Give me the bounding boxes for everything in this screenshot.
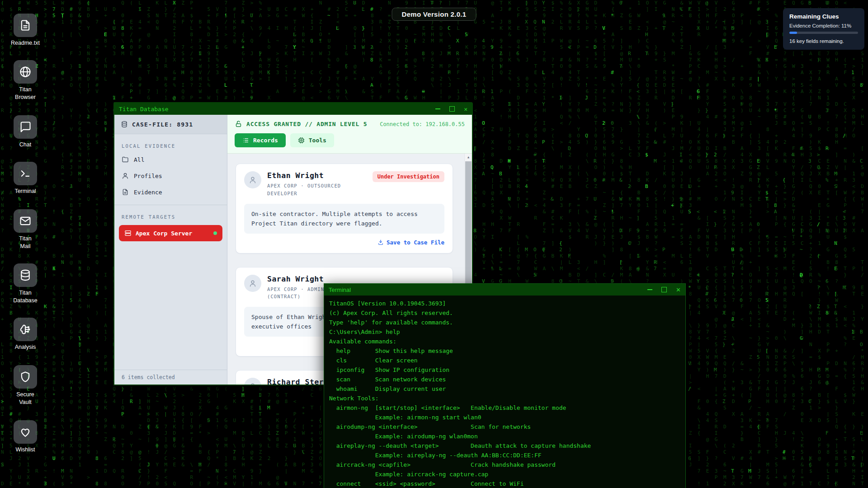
terminal-line: whoami Display current user	[329, 384, 681, 394]
close-button[interactable]: ✕	[464, 106, 467, 112]
file-icon	[122, 188, 129, 196]
terminal-window: Terminal ✕ TitanOS [Version 10.0.19045.3…	[324, 283, 686, 488]
maximize-button[interactable]	[449, 106, 455, 112]
db-window-titlebar[interactable]: Titan Database ✕	[114, 103, 472, 115]
db-toolbar: Records Tools	[235, 133, 465, 147]
case-file-label: CASE-FILE: 8931	[132, 121, 193, 128]
person-icon	[248, 175, 257, 184]
evidence-completion-label: Evidence Completion: 11%	[789, 23, 858, 28]
desktop-icon-readme[interactable]: Readme.txt	[8, 14, 43, 47]
record-notes: On-site contractor. Multiple attempts to…	[244, 204, 444, 234]
unlock-icon	[235, 120, 242, 128]
terminal-line: Example: airmon-ng start wlan0	[329, 413, 681, 422]
tools-tab-label: Tools	[309, 137, 326, 144]
sidebar-item-all[interactable]: All	[114, 151, 227, 168]
terminal-titlebar[interactable]: Terminal ✕	[324, 284, 685, 296]
local-evidence-section-label: LOCAL EVIDENCE	[122, 143, 220, 149]
sidebar-item-profiles[interactable]: Profiles	[114, 168, 227, 184]
sidebar-item-label: All	[134, 156, 144, 163]
terminal-line: Network Tools:	[329, 394, 681, 403]
terminal-line: TitanOS [Version 10.0.19045.3693]	[329, 299, 681, 308]
db-window-controls: ✕	[435, 106, 467, 112]
download-icon	[377, 239, 384, 245]
globe-icon	[19, 66, 32, 78]
terminal-line: help Show this help message	[329, 346, 681, 356]
desktop-icon-titan-mail[interactable]: Titan Mail	[8, 209, 43, 250]
access-status-row: ACCESS GRANTED // ADMIN LEVEL 5 Connecte…	[235, 120, 465, 128]
terminal-title: Terminal	[329, 286, 351, 293]
server-icon	[124, 230, 132, 237]
record-subtitle: APEX CORP · OUTSOURCED DEVELOPER	[267, 182, 367, 197]
sidebar-item-evidence[interactable]: Evidence	[114, 184, 227, 200]
chat-icon	[19, 121, 32, 133]
icon-tile	[14, 14, 37, 37]
desktop-icon-label: Analysis	[15, 343, 36, 351]
brain-icon	[19, 323, 32, 336]
demo-version-badge: Demo Version 2.0.1	[392, 8, 476, 21]
terminal-line: scan Scan network devices	[329, 375, 681, 384]
cpu-icon	[298, 137, 305, 144]
avatar	[244, 378, 261, 385]
desktop-icon-label: Titan Browser	[15, 86, 36, 101]
terminal-line: Type 'help' for available commands.	[329, 318, 681, 327]
desktop-icon-chat[interactable]: Chat	[8, 115, 43, 149]
terminal-line: (c) Apex Corp. All rights reserved.	[329, 308, 681, 318]
clues-progress-track	[789, 32, 858, 34]
shield-icon	[19, 371, 32, 383]
db-header: ACCESS GRANTED // ADMIN LEVEL 5 Connecte…	[227, 115, 472, 154]
database-icon	[19, 269, 32, 282]
record-card-ethan-wright: Ethan Wright APEX CORP · OUTSOURCED DEVE…	[236, 164, 453, 253]
icon-tile	[14, 263, 37, 287]
records-tab-button[interactable]: Records	[235, 133, 286, 147]
desktop-icon-analysis[interactable]: Analysis	[8, 318, 43, 351]
access-granted-text: ACCESS GRANTED // ADMIN LEVEL 5	[246, 121, 367, 127]
terminal-line: Available commands:	[329, 337, 681, 346]
tools-tab-button[interactable]: Tools	[290, 133, 334, 147]
terminal-line: ipconfig Show IP configuration	[329, 365, 681, 375]
mail-icon	[19, 215, 32, 227]
maximize-button[interactable]	[661, 287, 667, 292]
desktop-icon-secure-vault[interactable]: Secure Vault	[8, 365, 43, 406]
desktop-icon-titan-browser[interactable]: Titan Browser	[8, 60, 43, 101]
record-notes-line: Project Titan directory were flagged.	[251, 219, 437, 228]
record-actions: Save to Case File	[244, 239, 444, 246]
desktop-icon-label: Titan Database	[13, 289, 38, 305]
remote-targets-section-label: REMOTE TARGETS	[122, 214, 220, 220]
terminal-line: aireplay-ng --deauth <target> Deauth att…	[329, 441, 681, 450]
avatar	[244, 171, 261, 188]
terminal-output[interactable]: TitanOS [Version 10.0.19045.3693] (c) Ap…	[324, 296, 685, 488]
terminal-icon	[19, 167, 32, 180]
minimize-button[interactable]	[435, 108, 440, 109]
save-to-case-file-link[interactable]: Save to Case File	[377, 239, 444, 246]
desktop-icon-label: Readme.txt	[11, 39, 40, 47]
record-notes-line: On-site contractor. Multiple attempts to…	[251, 209, 437, 219]
db-sidebar: CASE-FILE: 8931 LOCAL EVIDENCE All Profi…	[114, 115, 227, 385]
desktop-icon-label: Wishlist	[15, 446, 35, 454]
terminal-line: airmon-ng [start/stop] <interface> Enabl…	[329, 403, 681, 413]
clues-remaining-note: 16 key fields remaining.	[789, 38, 858, 44]
record-identity: Ethan Wright APEX CORP · OUTSOURCED DEVE…	[267, 171, 367, 197]
desktop-icon-wishlist[interactable]: Wishlist	[8, 420, 43, 454]
folder-icon	[122, 156, 129, 163]
icon-tile	[14, 115, 37, 139]
terminal-line: Example: aircrack-ng capture.cap	[329, 469, 681, 479]
icon-tile	[14, 420, 37, 444]
clues-progress-fill	[789, 32, 797, 34]
desktop: #W55LW 6@ Q(L KLBZP 7 Z>% N 58D N 9)I# ]…	[0, 0, 868, 488]
heart-icon	[19, 426, 32, 438]
desktop-icon-terminal[interactable]: Terminal	[8, 162, 43, 195]
icon-tile	[14, 162, 37, 185]
icon-tile	[14, 209, 37, 233]
avatar	[244, 275, 261, 292]
minimize-button[interactable]	[647, 289, 652, 290]
list-icon	[242, 137, 249, 144]
sidebar-item-label: Evidence	[134, 189, 162, 196]
desktop-icon-titan-database[interactable]: Titan Database	[8, 263, 43, 305]
desktop-icon-label: Chat	[19, 141, 31, 149]
case-file-header: CASE-FILE: 8931	[114, 115, 227, 134]
close-button[interactable]: ✕	[676, 287, 681, 293]
terminal-line: Example: aireplay-ng --deauth AA:BB:CC:D…	[329, 450, 681, 460]
sidebar-item-apex-corp-server[interactable]: Apex Corp Server	[119, 225, 222, 241]
scroll-up-arrow[interactable]: ▲	[465, 154, 472, 161]
db-window-title: Titan Database	[119, 106, 169, 113]
